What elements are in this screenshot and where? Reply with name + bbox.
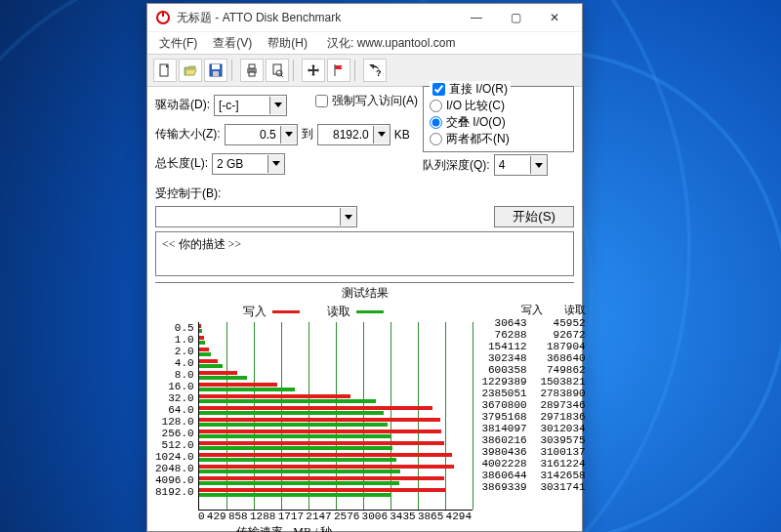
controlled-label: 受控制于(B): <box>155 185 221 202</box>
titlebar[interactable]: 无标题 - ATTO Disk Benchmark — ▢ ✕ <box>147 4 582 32</box>
svg-line-11 <box>281 75 283 77</box>
results-values: 写入读取 30643459527628892672154112187904302… <box>473 304 586 532</box>
length-label: 总长度(L): <box>155 155 208 172</box>
controlled-select[interactable] <box>155 206 357 227</box>
results-panel: 测试结果 写入 读取 0.51.02.04.08.016.032.064.012… <box>155 282 574 532</box>
app-window: 无标题 - ATTO Disk Benchmark — ▢ ✕ 文件(F) 查看… <box>146 3 583 532</box>
transfer-label: 传输大小(Z): <box>155 126 221 143</box>
unit-label: KB <box>394 128 410 142</box>
chart-x-axis: 042985812881717214725763006343538654294 <box>198 511 472 522</box>
svg-rect-1 <box>162 11 164 17</box>
maximize-button[interactable]: ▢ <box>496 4 535 31</box>
menu-help[interactable]: 帮助(H) <box>264 33 311 54</box>
preview-icon[interactable] <box>266 59 289 82</box>
print-icon[interactable] <box>240 59 264 82</box>
to-label: 到 <box>302 126 313 143</box>
svg-text:?: ? <box>376 68 382 77</box>
chart-y-axis: 0.51.02.04.08.016.032.064.0128.0256.0512… <box>155 322 198 510</box>
app-icon <box>155 10 171 25</box>
start-button[interactable]: 开始(S) <box>494 206 574 227</box>
io-compare-radio[interactable]: I/O 比较(C) <box>430 98 567 114</box>
toolbar: ? <box>147 54 582 87</box>
description-input[interactable]: << 你的描述 >> <box>155 231 574 276</box>
length-select[interactable] <box>212 153 285 175</box>
svg-rect-5 <box>213 71 219 76</box>
menu-file[interactable]: 文件(F) <box>155 33 201 54</box>
queue-label: 队列深度(Q): <box>423 157 490 174</box>
close-button[interactable]: ✕ <box>535 4 574 31</box>
menu-view[interactable]: 查看(V) <box>209 33 256 54</box>
flag-icon[interactable] <box>327 59 350 82</box>
overlap-io-radio[interactable]: 交叠 I/O(O) <box>430 114 567 131</box>
window-title: 无标题 - ATTO Disk Benchmark <box>177 10 457 26</box>
credit-text: 汉化: www.upantool.com <box>323 33 459 54</box>
transfer-from-select[interactable] <box>225 124 298 145</box>
io-fieldset: 直接 I/O(R) I/O 比较(C) 交叠 I/O(O) 两者都不(N) <box>423 86 574 152</box>
open-icon[interactable] <box>179 59 202 82</box>
direct-io-checkbox[interactable]: 直接 I/O(R) <box>430 81 511 98</box>
svg-rect-7 <box>249 64 255 68</box>
neither-radio[interactable]: 两者都不(N) <box>430 131 567 147</box>
results-title: 测试结果 <box>155 285 574 302</box>
chart-legend: 写入 读取 <box>155 304 473 320</box>
move-icon[interactable] <box>302 59 325 82</box>
menubar: 文件(F) 查看(V) 帮助(H) 汉化: www.upantool.com <box>147 32 582 54</box>
new-icon[interactable] <box>153 59 177 82</box>
svg-rect-8 <box>249 72 255 76</box>
chart-plot <box>198 322 473 511</box>
drive-label: 驱动器(D): <box>155 97 210 113</box>
svg-rect-9 <box>273 64 281 74</box>
client-area: 驱动器(D): 传输大小(Z): 到 KB 总长度(L): 强制写入访问(A) <box>147 87 582 532</box>
chart-x-label: 传输速率 - MB / 秒 <box>97 524 473 532</box>
drive-select[interactable] <box>214 95 287 116</box>
queue-select[interactable] <box>494 154 548 176</box>
transfer-to-select[interactable] <box>317 124 390 145</box>
minimize-button[interactable]: — <box>457 4 496 31</box>
help-icon[interactable]: ? <box>363 59 387 82</box>
save-icon[interactable] <box>204 59 227 82</box>
svg-rect-4 <box>212 64 220 69</box>
